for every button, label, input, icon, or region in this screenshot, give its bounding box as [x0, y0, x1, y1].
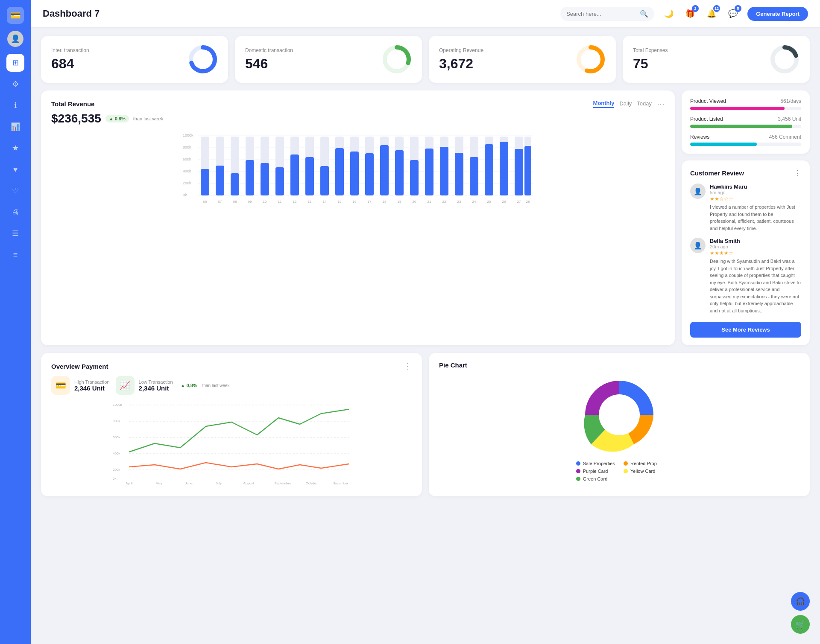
stat-card-left-3: Total Expenses 75 [633, 47, 668, 72]
pie-svg [577, 372, 662, 458]
svg-rect-27 [231, 173, 239, 195]
header-icons: 🌙 🎁 2 🔔 12 💬 5 [661, 6, 741, 21]
stat-label-1: Domestic transaction [245, 47, 293, 53]
svg-text:11: 11 [278, 200, 282, 204]
sidebar-item-heart2[interactable]: ♡ [6, 182, 24, 200]
stat-cards-row: Inter. transaction 684 Domestic transact… [41, 36, 810, 83]
sidebar-logo[interactable]: 💳 [7, 7, 24, 24]
revenue-value: $236,535 [51, 112, 101, 125]
svg-rect-81 [500, 142, 508, 195]
overview-more-dots[interactable]: ⋮ [404, 361, 412, 371]
svg-rect-33 [261, 163, 269, 195]
legend-rented-prop: Rented Prop [624, 461, 662, 466]
tab-today[interactable]: Today [637, 100, 652, 108]
svg-text:14: 14 [323, 200, 327, 204]
sidebar-item-heart[interactable]: ♥ [6, 160, 24, 178]
stat-card-operating-revenue: Operating Revenue 3,672 [429, 36, 616, 83]
sidebar-item-settings[interactable]: ⚙ [6, 75, 24, 93]
metric-product-viewed: Product Viewed 561/days [690, 98, 801, 110]
stat-card-left-0: Inter. transaction 684 [51, 47, 89, 72]
svg-text:600k: 600k [183, 157, 191, 161]
svg-text:22: 22 [442, 200, 446, 204]
revenue-title: Total Revenue [51, 100, 94, 108]
svg-text:200k: 200k [183, 181, 191, 185]
revenue-change-badge: ▲ 0,8% [105, 115, 129, 122]
txn-change-label: than last week [202, 383, 230, 388]
low-txn-icon: 📈 [116, 376, 135, 395]
svg-rect-75 [470, 157, 478, 195]
svg-rect-60 [395, 150, 404, 195]
cart-float-button[interactable]: 🛒 [791, 615, 810, 634]
dark-mode-btn[interactable]: 🌙 [661, 6, 676, 21]
see-more-reviews-button[interactable]: See More Reviews [690, 322, 801, 338]
sidebar-item-list[interactable]: ≡ [6, 246, 24, 264]
metric-fill-0 [690, 107, 785, 110]
bell-btn[interactable]: 🔔 12 [704, 6, 719, 21]
svg-text:800k: 800k [183, 145, 191, 149]
metric-name-1: Product Listed [690, 116, 723, 122]
revenue-amount-row: $236,535 ▲ 0,8% than last week [51, 112, 665, 125]
svg-text:July: July [216, 481, 222, 485]
legend-label-sale: Sale Properties [583, 461, 615, 466]
bottom-row: Overview Payment ⋮ 💳 High Transaction 2,… [41, 353, 810, 496]
main-area: Dashboard 7 🔍 🌙 🎁 2 🔔 12 💬 5 Generate Re… [31, 0, 820, 644]
stat-card-inter-transaction: Inter. transaction 684 [41, 36, 228, 83]
svg-text:17: 17 [368, 200, 372, 204]
high-txn-icon: 💳 [51, 376, 70, 395]
metrics-card: Product Viewed 561/days Product Listed 3… [682, 90, 810, 154]
stat-label-3: Total Expenses [633, 47, 668, 53]
low-txn-info: Low Transaction 2,346 Unit [139, 379, 173, 392]
reviews-more-dots[interactable]: ⋮ [794, 168, 801, 178]
reviews-title-row: Customer Review ⋮ [690, 168, 801, 178]
sidebar-item-menu[interactable]: ☰ [6, 224, 24, 242]
search-box[interactable]: 🔍 [560, 7, 654, 21]
svg-rect-48 [335, 148, 344, 195]
legend-dot-yellow [624, 469, 628, 473]
legend-dot-purple [576, 469, 580, 473]
stat-card-left-2: Operating Revenue 3,672 [439, 47, 483, 72]
svg-text:May: May [155, 481, 162, 485]
sidebar-item-info[interactable]: ℹ [6, 96, 24, 114]
revenue-more-dots[interactable]: ⋯ [657, 99, 665, 108]
svg-rect-45 [320, 166, 329, 195]
donut-1 [382, 44, 412, 74]
stat-card-left-1: Domestic transaction 546 [245, 47, 293, 72]
sidebar-item-analytics[interactable]: 📊 [6, 118, 24, 136]
metric-name-0: Product Viewed [690, 98, 726, 104]
low-txn-label: Low Transaction [139, 379, 173, 385]
search-input[interactable] [566, 11, 636, 17]
support-float-button[interactable]: 🎧 [791, 592, 810, 611]
high-txn-value: 2,346 Unit [74, 385, 110, 392]
pie-legend: Sale Properties Rented Prop Purple Card [576, 461, 662, 481]
metric-name-2: Reviews [690, 134, 709, 140]
sidebar-item-print[interactable]: 🖨 [6, 203, 24, 221]
legend-dot-rented [624, 461, 628, 466]
review-text-1: Dealing with Syamsudin and Bakri was a j… [710, 258, 801, 314]
svg-rect-36 [275, 167, 284, 195]
page-title: Dashboard 7 [43, 8, 554, 19]
svg-rect-24 [216, 166, 224, 195]
review-name-1: Bella Smith [710, 238, 801, 244]
sidebar-item-dashboard[interactable]: ⊞ [6, 54, 24, 72]
chat-btn[interactable]: 💬 5 [725, 6, 741, 21]
pie-section: Sale Properties Rented Prop Purple Card [439, 372, 800, 481]
high-txn-info: High Transaction 2,346 Unit [74, 379, 110, 392]
revenue-change-pct: 0,8% [115, 116, 126, 121]
svg-text:06: 06 [203, 200, 207, 204]
review-content-0: Hawkins Maru 5m ago ★★☆☆☆ I viewed a num… [710, 184, 801, 232]
svg-text:27: 27 [517, 200, 521, 204]
svg-text:15: 15 [338, 200, 342, 204]
review-content-1: Bella Smith 20m ago ★★★★☆ Dealing with S… [710, 238, 801, 314]
stat-value-1: 546 [245, 56, 293, 72]
svg-text:1000k: 1000k [183, 133, 193, 137]
svg-text:25: 25 [487, 200, 491, 204]
sidebar-item-star[interactable]: ★ [6, 139, 24, 157]
gift-btn[interactable]: 🎁 2 [682, 6, 698, 21]
svg-text:26: 26 [502, 200, 506, 204]
donut-0 [188, 44, 218, 74]
sidebar-avatar[interactable]: 👤 [7, 31, 23, 47]
generate-report-button[interactable]: Generate Report [747, 7, 808, 21]
tab-daily[interactable]: Daily [619, 100, 632, 108]
tab-monthly[interactable]: Monthly [593, 100, 615, 108]
legend-label-yellow: Yellow Card [630, 469, 655, 474]
